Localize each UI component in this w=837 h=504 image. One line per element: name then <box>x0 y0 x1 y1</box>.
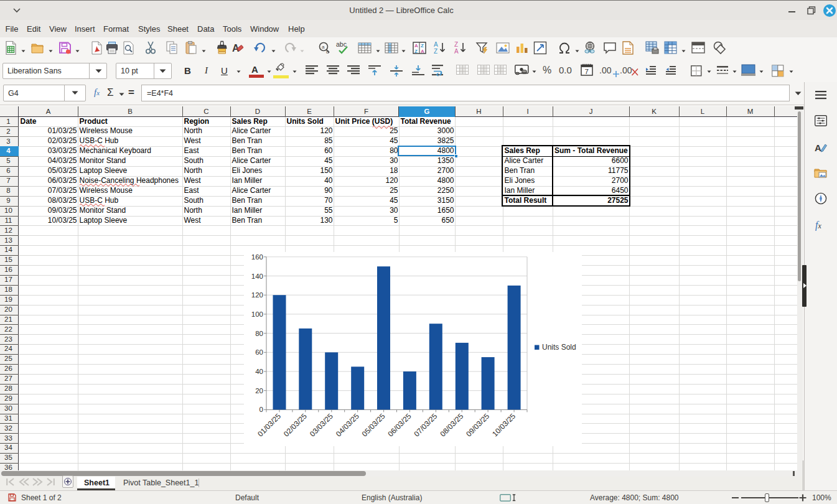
svg-text:140: 140 <box>251 273 263 280</box>
svg-text:A: A <box>421 49 424 54</box>
svg-text:120: 120 <box>251 291 263 299</box>
svg-text:abc: abc <box>336 40 347 48</box>
svg-text:A: A <box>815 142 821 153</box>
svg-text:100: 100 <box>251 310 263 318</box>
svg-text:160: 160 <box>251 253 263 261</box>
svg-text:Z: Z <box>454 41 458 48</box>
svg-text:40: 40 <box>255 368 263 375</box>
svg-text:05/03/25: 05/03/25 <box>360 411 387 438</box>
svg-text:03/03/25: 03/03/25 <box>308 411 335 438</box>
svg-text:A: A <box>434 41 438 48</box>
svg-text:d: d <box>326 49 329 55</box>
svg-text:A: A <box>454 48 459 55</box>
svg-text:Z: Z <box>414 49 418 54</box>
svg-text:09/03/25: 09/03/25 <box>464 411 491 438</box>
svg-text:07/03/25: 07/03/25 <box>412 411 439 438</box>
svg-text:a: a <box>322 44 325 50</box>
svg-text:01/03/25: 01/03/25 <box>256 411 283 438</box>
svg-text:06/03/25: 06/03/25 <box>386 411 413 438</box>
svg-text:02/03/25: 02/03/25 <box>282 411 309 438</box>
svg-text:0: 0 <box>260 406 263 413</box>
svg-text:80: 80 <box>255 330 263 337</box>
svg-text:08/03/25: 08/03/25 <box>438 411 465 438</box>
svg-text:Z: Z <box>434 48 437 55</box>
svg-text:7: 7 <box>585 68 589 75</box>
svg-text:60: 60 <box>255 348 263 356</box>
svg-text:04/03/25: 04/03/25 <box>334 411 361 438</box>
svg-text:10/03/25: 10/03/25 <box>490 411 517 438</box>
svg-text:Units Sold: Units Sold <box>542 343 576 352</box>
svg-text:20: 20 <box>255 387 263 394</box>
